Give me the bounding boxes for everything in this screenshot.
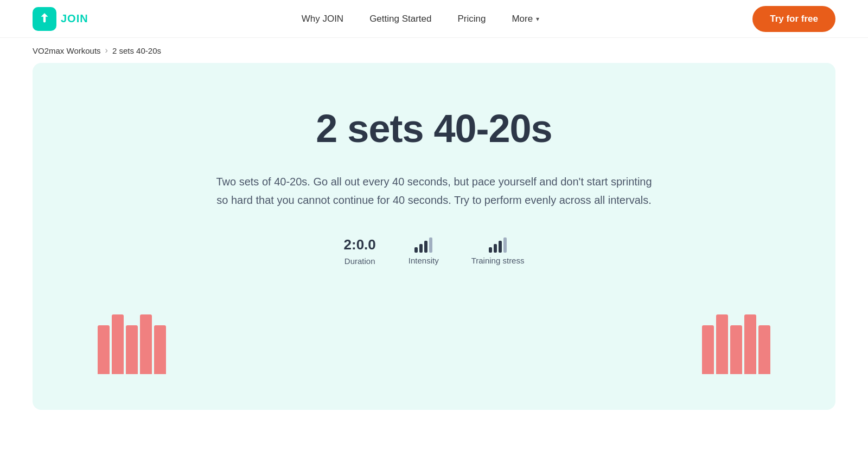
navbar-brand: JOIN bbox=[33, 7, 88, 31]
training-stress-bar-1 bbox=[489, 247, 492, 253]
training-stress-bars bbox=[489, 237, 507, 253]
logo-text: JOIN bbox=[61, 12, 88, 25]
intensity-bar-4 bbox=[429, 237, 432, 253]
stat-duration: 2:0.0 Duration bbox=[344, 236, 376, 266]
training-stress-bar-4 bbox=[503, 237, 507, 253]
chart-right-group bbox=[702, 314, 770, 374]
navbar-nav: Why JOIN Getting Started Pricing More ▾ bbox=[302, 14, 540, 24]
nav-label-getting-started: Getting Started bbox=[369, 14, 431, 24]
intensity-label: Intensity bbox=[409, 256, 439, 265]
nav-label-why-join: Why JOIN bbox=[302, 14, 343, 24]
logo-icon[interactable] bbox=[33, 7, 56, 31]
stats-row: 2:0.0 Duration Intensity Training stress bbox=[344, 236, 525, 266]
stat-training-stress: Training stress bbox=[471, 237, 525, 265]
nav-label-more: More bbox=[512, 14, 533, 24]
hero-section: 2 sets 40-20s Two sets of 40-20s. Go all… bbox=[33, 63, 835, 410]
nav-item-getting-started[interactable]: Getting Started bbox=[369, 14, 431, 24]
chart-left-group bbox=[98, 314, 166, 374]
chart-bar-r1 bbox=[702, 325, 714, 374]
intensity-bar-1 bbox=[414, 247, 418, 253]
page-title: 2 sets 40-20s bbox=[316, 106, 552, 151]
training-stress-label: Training stress bbox=[471, 256, 525, 265]
nav-item-why-join[interactable]: Why JOIN bbox=[302, 14, 343, 24]
breadcrumb-current: 2 sets 40-20s bbox=[112, 46, 161, 55]
chart-bar-l1 bbox=[98, 325, 110, 374]
training-stress-bar-2 bbox=[494, 244, 497, 253]
training-stress-bar-3 bbox=[499, 241, 502, 253]
intensity-bar-2 bbox=[419, 244, 423, 253]
duration-value: 2:0.0 bbox=[344, 236, 376, 253]
try-for-free-button[interactable]: Try for free bbox=[752, 6, 835, 32]
navbar: JOIN Why JOIN Getting Started Pricing Mo… bbox=[0, 0, 868, 38]
chevron-down-icon: ▾ bbox=[536, 15, 539, 23]
chart-bar-r2 bbox=[716, 314, 728, 374]
hero-description: Two sets of 40-20s. Go all out every 40 … bbox=[212, 172, 656, 209]
duration-label: Duration bbox=[344, 256, 375, 266]
chart-area bbox=[54, 298, 814, 374]
chart-bar-r5 bbox=[758, 325, 770, 374]
chart-bar-l5 bbox=[154, 325, 166, 374]
chart-bar-r3 bbox=[730, 325, 742, 374]
nav-item-pricing[interactable]: Pricing bbox=[457, 14, 486, 24]
chart-bar-r4 bbox=[744, 314, 756, 374]
chart-bar-l4 bbox=[140, 314, 152, 374]
intensity-bars bbox=[414, 237, 432, 253]
chart-bar-l2 bbox=[112, 314, 124, 374]
chart-bar-l3 bbox=[126, 325, 138, 374]
stat-intensity: Intensity bbox=[409, 237, 439, 265]
breadcrumb: VO2max Workouts › 2 sets 40-20s bbox=[0, 38, 868, 63]
nav-item-more[interactable]: More ▾ bbox=[512, 14, 539, 24]
intensity-bar-3 bbox=[424, 241, 427, 253]
nav-label-pricing: Pricing bbox=[457, 14, 486, 24]
breadcrumb-parent-link[interactable]: VO2max Workouts bbox=[33, 46, 101, 55]
breadcrumb-separator: › bbox=[105, 46, 108, 55]
